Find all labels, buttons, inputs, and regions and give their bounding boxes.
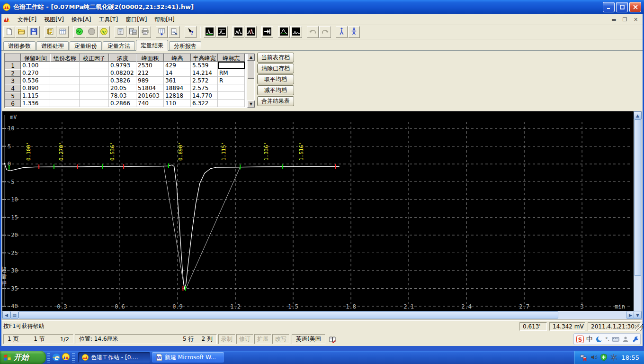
column-header-6[interactable]: 峰高 bbox=[164, 54, 191, 62]
mdi-close-button[interactable]: ✕ bbox=[631, 15, 641, 24]
table-cell[interactable] bbox=[80, 62, 109, 69]
word-mode-revise[interactable]: 修订 bbox=[236, 334, 253, 344]
archive-button-1[interactable]: 清除已存档 bbox=[257, 64, 294, 73]
column-header-5[interactable]: 峰面积 bbox=[136, 54, 164, 62]
row-number[interactable]: 5 bbox=[5, 92, 21, 100]
table-cell[interactable] bbox=[50, 62, 80, 69]
table-cell[interactable] bbox=[218, 100, 245, 107]
table-scroll-down-icon[interactable]: ▼ bbox=[247, 100, 255, 108]
mdi-restore-button[interactable]: ❐ bbox=[620, 15, 630, 24]
row-number[interactable]: 1 bbox=[5, 62, 21, 69]
table-cell[interactable] bbox=[50, 69, 80, 77]
table-cell[interactable]: 0.536 bbox=[21, 77, 50, 84]
tab-3[interactable]: 定量方法 bbox=[103, 41, 135, 50]
table-cell[interactable]: 429 bbox=[164, 62, 191, 69]
table-cell[interactable]: 2530 bbox=[136, 62, 164, 69]
ime-star-icon[interactable] bbox=[610, 354, 617, 361]
task-word-document[interactable]: W 新建 Microsoft W... bbox=[152, 352, 224, 363]
punctuation-mode-icon[interactable]: °, bbox=[605, 336, 609, 342]
table-cell[interactable]: 0.2866 bbox=[109, 100, 136, 107]
save-button[interactable] bbox=[28, 26, 40, 38]
peak-view-1-button[interactable] bbox=[204, 26, 215, 38]
table-cell[interactable]: 2.575 bbox=[191, 84, 218, 92]
moon-mode-icon[interactable] bbox=[595, 336, 603, 343]
save-table-button[interactable] bbox=[156, 26, 168, 38]
table-cell[interactable] bbox=[80, 84, 109, 92]
table-cell[interactable]: 361 bbox=[164, 77, 191, 84]
table-cell[interactable] bbox=[80, 92, 109, 100]
row-number[interactable]: 2 bbox=[5, 69, 21, 77]
table-cell[interactable]: 14.214 bbox=[191, 69, 218, 77]
table-cell[interactable]: 14 bbox=[164, 69, 191, 77]
table-scrollbar[interactable]: ▲ ▼ bbox=[247, 54, 254, 108]
table-cell[interactable]: R bbox=[218, 77, 245, 84]
archive-button-4[interactable]: 合并结果表 bbox=[257, 96, 294, 106]
menu-item-0[interactable]: 文件[F] bbox=[14, 15, 40, 25]
export-sheet-button[interactable] bbox=[168, 26, 180, 38]
menu-item-1[interactable]: 视图[V] bbox=[40, 15, 68, 25]
mdi-minimize-button[interactable]: ▬ bbox=[609, 15, 619, 24]
tab-0[interactable]: 谱图参数 bbox=[3, 41, 36, 50]
table-cell[interactable]: 212 bbox=[136, 69, 164, 77]
archive-button-0[interactable]: 当前表存档 bbox=[257, 53, 294, 63]
new-file-button[interactable] bbox=[3, 26, 15, 38]
clock[interactable]: 18:55 bbox=[622, 354, 639, 361]
menu-item-3[interactable]: 工具[T] bbox=[95, 15, 122, 25]
column-header-4[interactable]: 浓度 bbox=[109, 54, 136, 62]
archive-button-2[interactable]: 取平均档 bbox=[257, 74, 294, 84]
column-header-2[interactable]: 组份名称 bbox=[50, 54, 80, 62]
context-help-button[interactable]: ? bbox=[185, 26, 197, 38]
signal-view-button[interactable] bbox=[98, 26, 110, 38]
table-cell[interactable]: 0.08202 bbox=[109, 69, 136, 77]
calculator-button[interactable] bbox=[115, 26, 126, 38]
table-cell[interactable] bbox=[50, 84, 80, 92]
user-profile-icon[interactable] bbox=[622, 336, 629, 343]
table-cell[interactable]: 0.9793 bbox=[109, 62, 136, 69]
method-list-button[interactable] bbox=[45, 26, 56, 38]
manual-integrate-1-button[interactable] bbox=[336, 26, 348, 38]
manual-integrate-2-button[interactable] bbox=[348, 26, 360, 38]
chromatogram-plot[interactable]: 1050-5-10-15-20-25-30-35-400.30.60.91.21… bbox=[2, 111, 634, 311]
tab-1[interactable]: 谱图处理 bbox=[36, 41, 69, 50]
table-cell[interactable] bbox=[80, 77, 109, 84]
column-header-1[interactable]: 保留时间 bbox=[21, 54, 50, 62]
table-cell[interactable]: 0.100 bbox=[21, 62, 50, 69]
chart-horizontal-scrollbar[interactable]: ◀ ▤ ▶ bbox=[2, 311, 635, 319]
column-header-8[interactable]: 峰标志 bbox=[218, 54, 245, 62]
table-cell[interactable]: 0.890 bbox=[21, 84, 50, 92]
table-cell[interactable]: 1.336 bbox=[21, 100, 50, 107]
goto-end-button[interactable] bbox=[261, 26, 273, 38]
menu-item-2[interactable]: 操作[A] bbox=[68, 15, 95, 25]
maximize-button[interactable] bbox=[616, 2, 628, 12]
data-grid-button[interactable] bbox=[57, 26, 69, 38]
table-cell[interactable]: 740 bbox=[136, 100, 164, 107]
row-number[interactable]: 3 bbox=[5, 77, 21, 84]
table-cell[interactable]: 1.115 bbox=[21, 92, 50, 100]
settings-wrench-icon[interactable] bbox=[632, 336, 639, 343]
task-chromatography[interactable]: 色谱工作站 - [0.... bbox=[78, 352, 150, 363]
close-button[interactable] bbox=[629, 2, 641, 12]
word-mode-overwrite[interactable]: 改写 bbox=[272, 334, 289, 344]
table-cell[interactable]: 110 bbox=[164, 100, 191, 107]
menu-item-5[interactable]: 帮助[H] bbox=[151, 15, 178, 25]
table-cell[interactable]: 20.05 bbox=[109, 84, 136, 92]
archive-button-3[interactable]: 减平均档 bbox=[257, 85, 294, 95]
word-mode-record[interactable]: 录制 bbox=[218, 334, 235, 344]
peak-edit-2-button[interactable] bbox=[245, 26, 257, 38]
security-shield-icon[interactable] bbox=[600, 354, 608, 361]
peak-zoom-1-button[interactable] bbox=[278, 26, 290, 38]
table-cell[interactable] bbox=[50, 100, 80, 107]
table-cell[interactable] bbox=[218, 84, 245, 92]
start-button[interactable]: 开始 bbox=[0, 351, 46, 364]
table-cell[interactable]: RM bbox=[218, 69, 245, 77]
column-header-0[interactable] bbox=[5, 54, 21, 62]
table-cell[interactable]: 5.539 bbox=[191, 62, 218, 69]
chart-scroll-down-icon[interactable]: ▼ bbox=[634, 311, 642, 319]
chart-hscroll-thumb[interactable] bbox=[18, 311, 558, 318]
table-cell[interactable]: 6.322 bbox=[191, 100, 218, 107]
table-cell[interactable]: 0.270 bbox=[21, 69, 50, 77]
chart-scroll-page-icon[interactable]: ▤ bbox=[10, 311, 18, 319]
table-cell[interactable]: 51804 bbox=[136, 84, 164, 92]
peak-edit-1-button[interactable] bbox=[233, 26, 244, 38]
resize-grip[interactable] bbox=[635, 324, 642, 331]
